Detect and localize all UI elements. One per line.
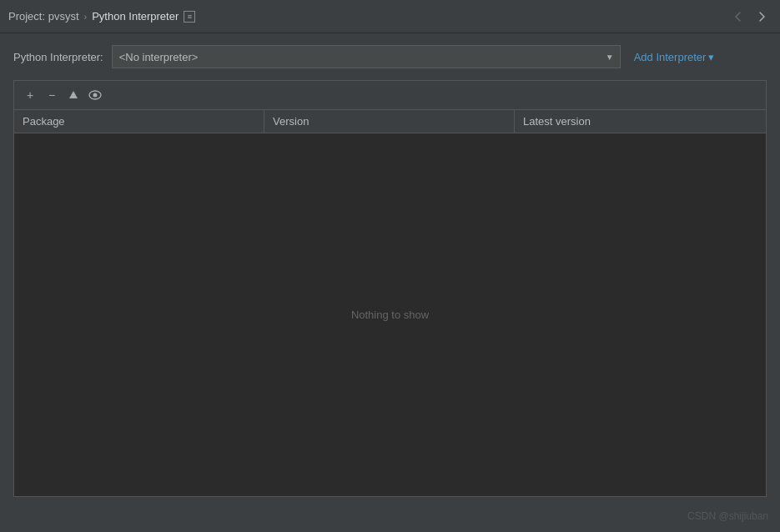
col-latest-header: Latest version <box>515 110 766 133</box>
package-panel: + − Package Version Latest vers <box>13 80 767 497</box>
add-interpreter-button[interactable]: Add Interpreter ▾ <box>629 48 720 67</box>
footer-watermark: CSDN @shijiuban <box>687 510 768 522</box>
breadcrumb-separator: › <box>84 12 88 22</box>
nav-buttons <box>728 7 772 27</box>
upgrade-package-button[interactable] <box>64 86 83 104</box>
nav-back-button[interactable] <box>728 7 748 27</box>
remove-package-button[interactable]: − <box>43 86 61 104</box>
col-package-header: Package <box>14 110 264 133</box>
header-bar: Project: pvsyst › Python Interpreter ≡ <box>0 0 780 33</box>
interpreter-select[interactable]: <No interpreter> <box>112 45 621 68</box>
breadcrumb-project[interactable]: Project: pvsyst <box>8 10 79 23</box>
interpreter-label: Python Interpreter: <box>13 51 103 63</box>
settings-icon[interactable]: ≡ <box>184 11 195 23</box>
svg-marker-0 <box>69 91 78 98</box>
nav-forward-button[interactable] <box>752 7 772 27</box>
col-version-header: Version <box>264 110 515 133</box>
breadcrumb: Project: pvsyst › Python Interpreter ≡ <box>8 10 195 23</box>
add-package-button[interactable]: + <box>21 86 39 104</box>
table-header: Package Version Latest version <box>14 110 766 133</box>
interpreter-row: Python Interpreter: <No interpreter> ▼ A… <box>13 45 767 68</box>
main-content: Python Interpreter: <No interpreter> ▼ A… <box>0 33 780 509</box>
svg-point-2 <box>93 93 98 98</box>
show-paths-button[interactable] <box>86 86 104 104</box>
interpreter-select-wrapper: <No interpreter> ▼ <box>112 45 621 68</box>
breadcrumb-current: Python Interpreter <box>92 10 179 23</box>
table-body: Nothing to show <box>14 133 766 496</box>
empty-message: Nothing to show <box>351 309 429 321</box>
package-toolbar: + − <box>14 81 766 110</box>
